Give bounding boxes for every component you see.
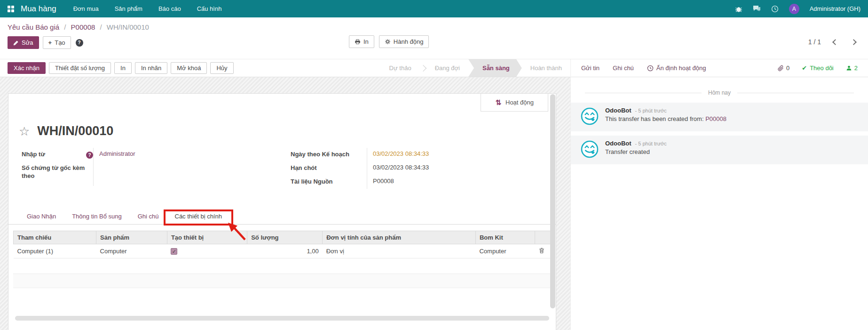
check-icon: ✔ <box>802 64 807 72</box>
chatter: Gửi tin Ghi chú Ấn định hoạt động 0 ✔ Th… <box>570 59 868 330</box>
gear-icon <box>385 39 391 45</box>
cell-reference[interactable]: Computer (1) <box>14 244 96 258</box>
field-value-partner[interactable]: Administrator <box>93 148 274 161</box>
paperclip-icon <box>778 65 784 72</box>
devices-table: Tham chiếu Sản phẩm Tạo thiết bị Số lượn… <box>13 231 551 258</box>
schedule-activity-button[interactable]: Ấn định hoạt động <box>647 64 706 72</box>
user-name[interactable]: Administrator (GH) <box>810 5 860 12</box>
field-label-origin-docs: Số chứng từ gốc kèm theo <box>22 164 93 180</box>
message-time: - 5 phút trước <box>635 141 667 146</box>
field-value-scheduled-date[interactable]: 03/02/2023 08:34:33 <box>367 148 543 161</box>
notebook-tabs: Giao Nhận Thông tin Bổ sung Ghi chú Các … <box>8 209 556 225</box>
apps-grid-icon[interactable] <box>8 6 14 12</box>
create-device-checkbox[interactable]: ✓ <box>171 248 177 255</box>
menu-configuration[interactable]: Cấu hình <box>197 5 222 12</box>
favorite-star-icon[interactable]: ☆ <box>19 125 30 137</box>
date-divider: Hôm nay <box>585 89 854 96</box>
help-button[interactable]: ? <box>75 37 84 48</box>
tab-operations[interactable]: Giao Nhận <box>20 209 63 225</box>
col-header-quantity[interactable]: Số lượng <box>247 231 323 244</box>
field-label-source-document: Tài liệu Nguồn <box>291 177 336 185</box>
stage-pipeline: Dự thảo Đang đợi Sẵn sàng Hoàn thành <box>381 59 570 77</box>
cell-bom-kit[interactable]: Computer <box>475 244 535 258</box>
messages-icon[interactable] <box>753 5 761 12</box>
activity-button[interactable]: ⇅ Hoạt động <box>481 94 548 112</box>
col-header-product[interactable]: Sản phẩm <box>96 231 167 244</box>
edit-button[interactable]: Sửa <box>8 36 39 49</box>
field-value-source-document[interactable]: P00008 <box>367 175 543 189</box>
send-message-button[interactable]: Gửi tin <box>581 64 600 72</box>
table-row[interactable]: Computer (1) Computer ✓ 1,00 Đơn vị Comp… <box>14 244 551 258</box>
field-label-deadline: Hạn chót <box>291 164 320 172</box>
col-header-create-device[interactable]: Tạo thiết bị <box>167 231 247 244</box>
activity-clock-icon[interactable] <box>771 5 779 13</box>
field-label-receive-from: Nhập từ <box>22 150 48 158</box>
field-label-scheduled-date: Ngày theo Kế hoạch <box>291 150 352 158</box>
col-header-reference[interactable]: Tham chiếu <box>14 231 96 244</box>
tab-main-devices[interactable]: Các thiết bị chính <box>168 209 229 225</box>
cancel-button[interactable]: Hủy <box>210 62 233 74</box>
tab-note[interactable]: Ghi chú <box>131 209 166 225</box>
breadcrumb-rfq[interactable]: Yêu cầu Báo giá <box>8 23 59 31</box>
cell-uom[interactable]: Đơn vị <box>323 244 476 258</box>
message-author[interactable]: OdooBot <box>605 140 631 147</box>
message-link[interactable]: P00008 <box>705 115 726 122</box>
pager-previous-icon[interactable] <box>832 39 838 45</box>
printer-icon <box>355 39 361 45</box>
horizontal-scrollbar[interactable] <box>15 316 549 321</box>
follow-button[interactable]: ✔ Theo dõi <box>802 64 834 72</box>
sort-arrows-icon: ⇅ <box>495 98 501 107</box>
odoobot-avatar <box>580 107 599 127</box>
pencil-icon <box>13 40 19 46</box>
message: OdooBot - 5 phút trước This transfer has… <box>571 103 868 131</box>
user-avatar[interactable]: A <box>789 4 799 14</box>
form-sheet: ⇅ Hoạt động ☆ WH/IN/00010 Nhập từ ? <box>8 93 556 330</box>
validate-button[interactable]: Xác nhận <box>8 62 46 74</box>
print-button[interactable]: In <box>349 35 374 48</box>
menu-products[interactable]: Sản phẩm <box>115 5 142 12</box>
stage-draft[interactable]: Dự thảo <box>381 59 420 77</box>
cell-product[interactable]: Computer <box>96 244 167 258</box>
tab-additional-info[interactable]: Thông tin Bổ sung <box>65 209 129 225</box>
debug-bug-icon[interactable] <box>735 5 742 13</box>
log-note-button[interactable]: Ghi chú <box>613 64 634 72</box>
unlock-button[interactable]: Mở khoá <box>171 62 207 74</box>
menu-purchase-orders[interactable]: Đơn mua <box>73 5 99 12</box>
print-picking-button[interactable]: In <box>114 62 132 74</box>
field-group-left: Nhập từ ? Administrator Số chứng từ gốc … <box>22 148 274 189</box>
create-button[interactable]: + Tạo <box>43 36 71 49</box>
stage-ready[interactable]: Sẵn sàng <box>468 59 522 77</box>
document-title: WH/IN/00010 <box>37 124 113 138</box>
set-quantities-button[interactable]: Thiết đặt số lượng <box>49 62 111 74</box>
clock-icon <box>647 65 654 72</box>
followers-button[interactable]: 2 <box>846 64 858 72</box>
message-author[interactable]: OdooBot <box>605 107 631 114</box>
empty-list-row <box>13 258 551 274</box>
breadcrumb-p00008[interactable]: P00008 <box>71 23 95 31</box>
person-icon <box>846 65 852 71</box>
field-value-deadline[interactable]: 03/02/2023 08:34:33 <box>367 161 543 175</box>
field-value-origin-docs[interactable] <box>93 161 274 186</box>
field-help-icon[interactable]: ? <box>86 152 93 159</box>
plus-icon: + <box>48 39 52 47</box>
cell-quantity[interactable]: 1,00 <box>247 244 323 258</box>
vertical-scrollbar[interactable] <box>550 94 555 308</box>
attachments-button[interactable]: 0 <box>778 64 789 72</box>
field-group-right: Ngày theo Kế hoạch 03/02/2023 08:34:33 H… <box>291 148 543 189</box>
app-brand[interactable]: Mua hàng <box>21 4 56 14</box>
menu-reports[interactable]: Báo cáo <box>158 5 181 12</box>
print-labels-button[interactable]: In nhãn <box>135 62 167 74</box>
delete-row-icon[interactable] <box>538 247 545 255</box>
follower-count: 2 <box>854 64 858 72</box>
col-header-uom[interactable]: Đơn vị tính của sản phẩm <box>323 231 476 244</box>
pager-counter: 1 / 1 <box>808 38 821 46</box>
empty-list-row <box>13 274 551 288</box>
action-button[interactable]: Hành động <box>379 35 429 48</box>
control-panel: Yêu cầu Báo giá / P00008 / WH/IN/00010 S… <box>0 17 868 59</box>
stage-waiting[interactable]: Đang đợi <box>426 59 468 77</box>
stage-done[interactable]: Hoàn thành <box>522 59 570 77</box>
empty-list-row <box>13 288 551 304</box>
col-header-bom-kit[interactable]: Bom Kit <box>475 231 535 244</box>
form-view: ⇅ Hoạt động ☆ WH/IN/00010 Nhập từ ? <box>0 77 570 330</box>
pager-next-icon[interactable] <box>851 39 857 45</box>
